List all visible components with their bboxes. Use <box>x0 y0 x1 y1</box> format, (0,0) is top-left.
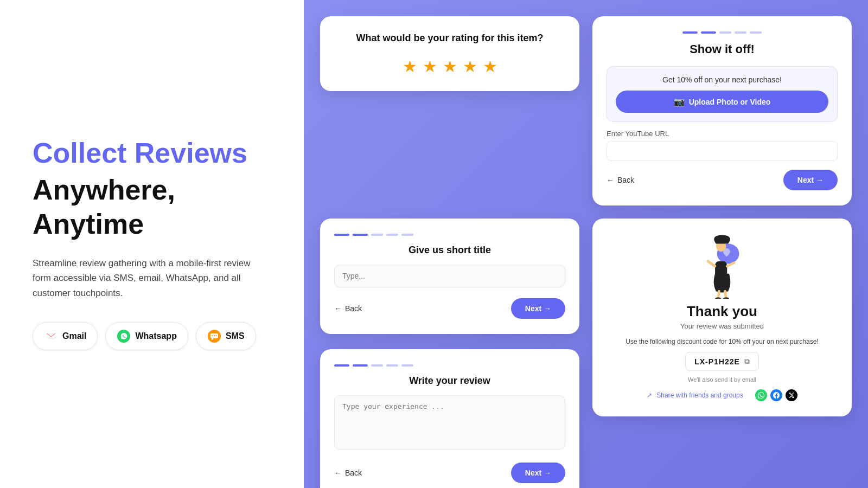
right-panel: What would be your rating for this item?… <box>304 0 868 488</box>
rating-card: What would be your rating for this item?… <box>320 16 579 91</box>
whatsapp-label: Whatsapp <box>135 331 176 341</box>
discount-box: Get 10% off on your next purchase! 📷 Upl… <box>607 66 838 122</box>
review-textarea[interactable] <box>334 395 565 450</box>
rating-question: What would be your rating for this item? <box>356 31 544 45</box>
showoff-back-button[interactable]: ← Back <box>607 176 634 184</box>
thankyou-card-cell: Thank you Your review was submitted Use … <box>586 212 852 416</box>
channels-row: Gmail Whatsapp <box>33 322 271 350</box>
back-arrow-icon: ← <box>607 176 614 184</box>
share-row: ↗ Share with friends and groups <box>647 389 797 401</box>
write-review-nav: ← Back Next → <box>334 463 565 483</box>
svg-point-17 <box>723 297 729 299</box>
svg-point-6 <box>212 335 213 336</box>
svg-point-7 <box>214 335 215 336</box>
short-title-back-button[interactable]: ← Back <box>334 304 362 313</box>
share-link-label[interactable]: Share with friends and groups <box>656 391 743 399</box>
tdot-1 <box>334 234 349 236</box>
discount-message: Use the following discount code for 10% … <box>626 337 818 346</box>
star-4[interactable]: ★ <box>463 57 477 76</box>
page-title-black: Anywhere, Anytime <box>33 173 271 241</box>
short-title-card: Give us short title ← Back Next → <box>320 219 579 334</box>
gmail-label: Gmail <box>62 331 86 341</box>
rdot-4 <box>386 364 398 367</box>
thankyou-card: Thank you Your review was submitted Use … <box>592 219 852 416</box>
submitted-text: Your review was submitted <box>680 322 764 330</box>
rdot-5 <box>401 364 413 367</box>
star-3[interactable]: ★ <box>443 57 457 76</box>
share-facebook-icon[interactable] <box>770 389 782 401</box>
copy-icon[interactable]: ⧉ <box>744 357 750 366</box>
title-step-dots <box>334 234 565 236</box>
page-title-colored: Collect Reviews <box>33 138 271 169</box>
thankyou-heading: Thank you <box>687 303 757 320</box>
share-icons-row <box>755 389 797 401</box>
person-illustration <box>695 234 749 299</box>
showoff-nav: ← Back Next → <box>607 170 838 190</box>
svg-line-12 <box>708 261 715 266</box>
dot-1 <box>682 31 698 34</box>
yt-url-label: Enter YouTube URL <box>607 130 838 138</box>
short-title-heading: Give us short title <box>334 245 565 256</box>
youtube-url-input[interactable] <box>607 141 838 161</box>
share-whatsapp-icon[interactable] <box>755 389 767 401</box>
showoff-card: Show it off! Get 10% off on your next pu… <box>592 16 852 206</box>
sms-label: SMS <box>226 331 245 341</box>
discount-text: Get 10% off on your next purchase! <box>616 75 828 84</box>
description-text: Streamline review gathering with a mobil… <box>33 256 271 300</box>
review-step-dots <box>334 364 565 367</box>
rdot-2 <box>353 364 368 367</box>
svg-rect-5 <box>212 338 213 340</box>
showoff-next-button[interactable]: Next → <box>783 170 838 190</box>
showoff-heading: Show it off! <box>607 42 838 56</box>
short-title-nav: ← Back Next → <box>334 298 565 319</box>
short-title-input[interactable] <box>334 265 565 287</box>
send-email-note: We'll also send it by email <box>688 376 756 383</box>
dot-3 <box>719 31 731 34</box>
upload-photo-video-button[interactable]: 📷 Upload Photo or Video <box>616 91 828 113</box>
svg-point-8 <box>215 335 216 336</box>
discount-code-box: LX-P1H22E ⧉ <box>685 352 759 371</box>
channel-gmail[interactable]: Gmail <box>33 322 98 350</box>
rdot-3 <box>371 364 383 367</box>
share-twitter-icon[interactable] <box>786 389 797 401</box>
gmail-icon <box>44 329 58 343</box>
tdot-3 <box>371 234 383 236</box>
share-link-icon: ↗ <box>647 391 652 399</box>
svg-point-16 <box>715 297 721 299</box>
back-arrow-icon-2: ← <box>334 304 342 313</box>
dot-2 <box>701 31 716 34</box>
star-5[interactable]: ★ <box>483 57 497 76</box>
whatsapp-icon <box>117 329 131 343</box>
short-title-next-button[interactable]: Next → <box>511 298 565 319</box>
dot-4 <box>735 31 746 34</box>
channel-sms[interactable]: SMS <box>196 322 256 350</box>
tdot-2 <box>353 234 368 236</box>
star-rating[interactable]: ★ ★ ★ ★ ★ <box>403 57 497 76</box>
tdot-5 <box>401 234 413 236</box>
back-arrow-icon-3: ← <box>334 468 342 477</box>
star-2[interactable]: ★ <box>423 57 437 76</box>
write-review-heading: Write your review <box>334 375 565 387</box>
write-review-next-button[interactable]: Next → <box>511 463 565 483</box>
showoff-card-cell: Show it off! Get 10% off on your next pu… <box>586 16 852 212</box>
left-panel: Collect Reviews Anywhere, Anytime Stream… <box>0 0 304 488</box>
rdot-1 <box>334 364 349 367</box>
sms-icon <box>207 329 221 343</box>
channel-whatsapp[interactable]: Whatsapp <box>105 322 188 350</box>
upload-icon: 📷 <box>674 97 685 107</box>
bottom-left-cell: Give us short title ← Back Next → <box>320 212 586 488</box>
star-1[interactable]: ★ <box>403 57 417 76</box>
tdot-4 <box>386 234 398 236</box>
write-review-back-button[interactable]: ← Back <box>334 468 362 477</box>
discount-code: LX-P1H22E <box>694 357 740 366</box>
write-review-card: Write your review ← Back Next → <box>320 349 579 488</box>
rating-card-cell: What would be your rating for this item?… <box>320 16 586 98</box>
dot-5 <box>750 31 762 34</box>
showoff-step-dots <box>607 31 838 34</box>
